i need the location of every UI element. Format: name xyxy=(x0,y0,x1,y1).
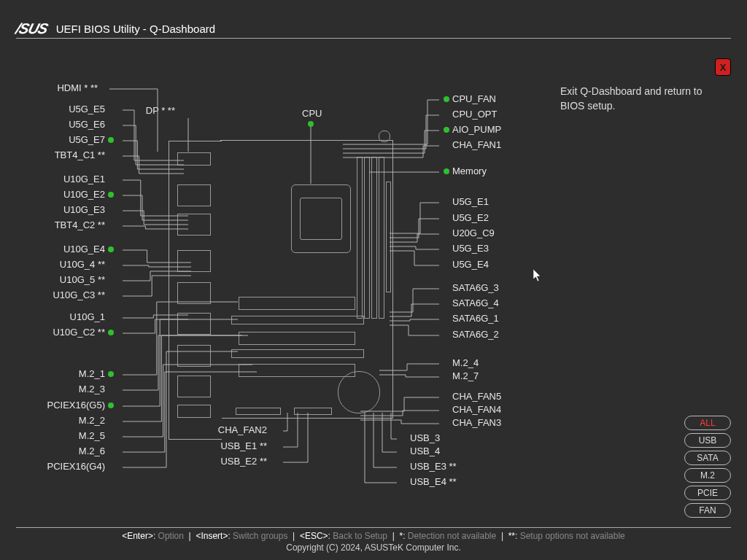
label-u10g-e3[interactable]: U10G_E3 xyxy=(15,204,117,215)
label-memory[interactable]: Memory xyxy=(441,166,487,176)
label-m-2-1[interactable]: M.2_1 xyxy=(15,368,117,379)
footer: <Enter>: Option | <Insert>: Switch group… xyxy=(16,527,731,553)
filter-sata[interactable]: SATA xyxy=(684,451,731,465)
label-sata6g-4[interactable]: SATA6G_4 xyxy=(441,298,499,308)
label-u5g-e5[interactable]: U5G_E5 xyxy=(15,104,117,114)
page-title: UEFI BIOS Utility - Q-Dashboard xyxy=(56,23,215,35)
label-tbt4-c1-[interactable]: TBT4_C1 ** xyxy=(15,149,117,160)
label-cha-fan3[interactable]: CHA_FAN3 xyxy=(441,417,501,428)
label-hdmi[interactable]: HDMI * ** xyxy=(15,82,109,93)
label-cha-fan5[interactable]: CHA_FAN5 xyxy=(441,391,501,402)
label-cha-fan1[interactable]: CHA_FAN1 xyxy=(441,139,501,150)
label-m-2-3[interactable]: M.2_3 xyxy=(15,384,117,394)
label-sata6g-2[interactable]: SATA6G_2 xyxy=(441,329,499,340)
label-cpu[interactable]: CPU xyxy=(302,108,322,119)
label-pciex16-g4-[interactable]: PCIEX16(G4) xyxy=(15,461,117,472)
filter-all[interactable]: ALL xyxy=(684,416,731,430)
filter-fan[interactable]: FAN xyxy=(684,503,731,518)
label-u5g-e6[interactable]: U5G_E6 xyxy=(15,119,117,130)
filter-panel: ALL USB SATA M.2 PCIE FAN xyxy=(684,416,731,518)
exit-description: Exit Q-Dashboard and return to BIOS setu… xyxy=(560,85,721,113)
label-m-2-2[interactable]: M.2_2 xyxy=(15,415,117,426)
label-aio-pump[interactable]: AIO_PUMP xyxy=(441,124,501,135)
label-u5g-e7[interactable]: U5G_E7 xyxy=(15,134,117,145)
label-usb-e4-[interactable]: USB_E4 ** xyxy=(398,476,457,487)
label-u10g-e1[interactable]: U10G_E1 xyxy=(15,174,117,184)
label-usb-3[interactable]: USB_3 xyxy=(398,432,440,443)
label-u10g-c3-[interactable]: U10G_C3 ** xyxy=(15,289,117,300)
footer-copyright: Copyright (C) 2024, ASUSTeK Computer Inc… xyxy=(16,542,731,553)
filter-pcie[interactable]: PCIE xyxy=(684,486,731,500)
label-cpu-opt[interactable]: CPU_OPT xyxy=(441,109,497,120)
asus-logo: /SUS xyxy=(14,20,50,37)
header-bar: /SUS UEFI BIOS Utility - Q-Dashboard xyxy=(16,19,731,39)
filter-usb[interactable]: USB xyxy=(684,433,731,448)
label-m-2-6[interactable]: M.2_6 xyxy=(15,446,117,456)
label-tbt4-c2-[interactable]: TBT4_C2 ** xyxy=(15,219,117,230)
label-m-2-5[interactable]: M.2_5 xyxy=(15,430,117,441)
label-m-2-4[interactable]: M.2_4 xyxy=(441,357,479,368)
label-u10g-4-[interactable]: U10G_4 ** xyxy=(15,259,117,270)
label-u10g-5-[interactable]: U10G_5 ** xyxy=(15,274,117,285)
label-cpu-fan[interactable]: CPU_FAN xyxy=(441,93,496,104)
mouse-cursor-icon xyxy=(533,269,542,282)
motherboard-outline xyxy=(220,140,393,419)
label-u5g-e2[interactable]: U5G_E2 xyxy=(441,212,489,223)
footer-hotkeys: <Enter>: Option | <Insert>: Switch group… xyxy=(16,527,731,541)
label-usb-e3-[interactable]: USB_E3 ** xyxy=(398,461,457,472)
label-sata6g-3[interactable]: SATA6G_3 xyxy=(441,282,499,293)
label-usb-4[interactable]: USB_4 xyxy=(398,446,440,456)
label-cha-fan4[interactable]: CHA_FAN4 xyxy=(441,404,501,415)
close-button[interactable]: X xyxy=(715,58,731,76)
label-u10g-e2[interactable]: U10G_E2 xyxy=(15,189,117,200)
label-u5g-e1[interactable]: U5G_E1 xyxy=(441,196,489,207)
label-cha-fan2[interactable]: CHA_FAN2 xyxy=(190,424,279,435)
label-u10g-e4[interactable]: U10G_E4 xyxy=(15,244,117,254)
label-u5g-e4[interactable]: U5G_E4 xyxy=(441,259,489,270)
label-m-2-7[interactable]: M.2_7 xyxy=(441,370,479,381)
label-u5g-e3[interactable]: U5G_E3 xyxy=(441,243,489,254)
label-u10g-1[interactable]: U10G_1 xyxy=(15,311,117,322)
label-usb-e1-[interactable]: USB_E1 ** xyxy=(190,440,279,451)
label-pciex16-g5-[interactable]: PCIEX16(G5) xyxy=(15,400,117,411)
filter-m2[interactable]: M.2 xyxy=(684,468,731,483)
label-u20g-c9[interactable]: U20G_C9 xyxy=(441,228,495,238)
label-u10g-c2-[interactable]: U10G_C2 ** xyxy=(15,327,117,338)
label-sata6g-1[interactable]: SATA6G_1 xyxy=(441,313,499,324)
label-dp[interactable]: DP * ** xyxy=(131,105,187,116)
label-usb-e2-[interactable]: USB_E2 ** xyxy=(190,456,279,467)
